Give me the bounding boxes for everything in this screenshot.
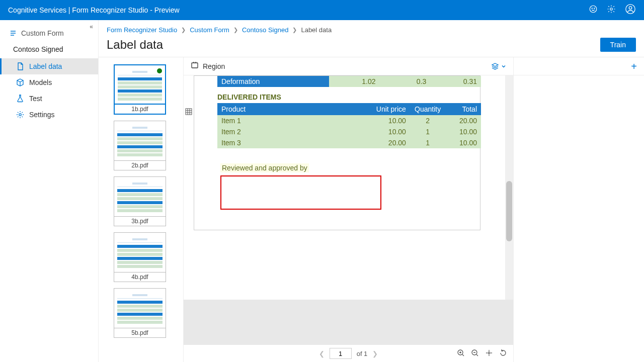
topbar: Cognitive Services | Form Recognizer Stu…: [0, 0, 644, 20]
table-row: Item 110.00220.00: [217, 115, 481, 126]
canvas-toolbar: Region: [184, 57, 513, 75]
breadcrumb-current: Label data: [301, 26, 332, 34]
breadcrumb-link[interactable]: Contoso Signed: [242, 26, 289, 34]
nav-item-label: Test: [29, 95, 42, 103]
svg-point-6: [19, 114, 21, 116]
table-row: Item 320.00110.00: [217, 137, 481, 148]
nav-item-label: Models: [29, 78, 52, 86]
svg-point-1: [592, 8, 592, 9]
thumbnail-label: 1b.pdf: [114, 105, 166, 115]
nav-label-data[interactable]: Label data: [0, 58, 98, 74]
nav-item-label: Settings: [29, 111, 55, 119]
signature-region[interactable]: [220, 175, 381, 210]
prev-page-icon[interactable]: ❮: [319, 350, 325, 357]
section-title: DELIVERED ITEMS: [217, 93, 480, 101]
cell: 20.00: [369, 137, 410, 148]
thumbnail-label: 2b.pdf: [114, 161, 166, 170]
zoom-out-icon[interactable]: [471, 349, 479, 358]
svg-point-5: [629, 7, 632, 9]
next-page-icon[interactable]: ❯: [372, 350, 378, 357]
project-name: Contoso Signed: [0, 42, 98, 58]
thumbnail[interactable]: 4b.pdf: [114, 232, 168, 282]
thumbnail-label: 5b.pdf: [114, 328, 166, 338]
cell: 20.00: [445, 115, 481, 126]
svg-point-2: [594, 8, 595, 9]
th-unitprice: Unit price: [369, 103, 410, 115]
table-field-icon[interactable]: [185, 108, 192, 117]
cell: 1.02: [329, 76, 380, 87]
svg-rect-7: [192, 63, 198, 68]
account-icon[interactable]: [625, 4, 636, 17]
thumbnail[interactable]: 3b.pdf: [114, 176, 168, 226]
chevron-right-icon: ❯: [181, 27, 186, 33]
chevron-right-icon: ❯: [292, 27, 297, 33]
cell: Item 1: [217, 115, 369, 126]
breadcrumb: Form Recognizer Studio ❯ Custom Form ❯ C…: [99, 20, 644, 36]
cell: 1: [410, 126, 446, 137]
cell: 0.31: [430, 76, 481, 87]
cube-icon: [16, 78, 24, 86]
breadcrumb-link[interactable]: Form Recognizer Studio: [107, 26, 177, 34]
cell: 0.3: [379, 76, 430, 87]
nav-settings[interactable]: Settings: [0, 107, 98, 123]
region-label[interactable]: Region: [203, 62, 225, 70]
thumbnail[interactable]: 5b.pdf: [114, 288, 168, 338]
cell: Deformation: [217, 76, 329, 87]
document-icon: [16, 62, 24, 70]
page-input[interactable]: [330, 348, 352, 359]
cell: 10.00: [369, 115, 410, 126]
fit-icon[interactable]: [485, 349, 493, 358]
thumbnail-label: 4b.pdf: [114, 273, 166, 282]
chevron-right-icon: ❯: [233, 27, 238, 33]
rotate-icon[interactable]: [499, 349, 507, 358]
canvas-gutter: [184, 300, 513, 345]
th-total: Total: [445, 103, 481, 115]
gear-icon: [16, 111, 24, 119]
cell: 10.00: [445, 126, 481, 137]
app-title: Cognitive Services | Form Recognizer Stu…: [8, 6, 589, 14]
add-field-icon[interactable]: +: [631, 61, 637, 71]
table-row: Item 210.00110.00: [217, 126, 481, 137]
reviewed-label: Reviewed and approved by: [220, 163, 309, 172]
nav-item-label: Label data: [29, 62, 62, 70]
sidebar-back[interactable]: Custom Form: [0, 26, 98, 42]
nav-models[interactable]: Models: [0, 74, 98, 90]
pager: ❮ of 1 ❯: [184, 345, 513, 362]
thumbnail-list: 1b.pdf2b.pdf3b.pdf4b.pdf5b.pdf: [99, 57, 183, 362]
feedback-icon[interactable]: [589, 5, 598, 16]
svg-point-0: [590, 6, 597, 13]
cell: 10.00: [369, 126, 410, 137]
list-icon: [9, 29, 17, 37]
cell: Item 3: [217, 137, 369, 148]
thumbnail-label: 3b.pdf: [114, 217, 166, 226]
th-quantity: Quantity: [410, 103, 446, 115]
cell: Item 2: [217, 126, 369, 137]
page-title: Label data: [107, 38, 163, 52]
flask-icon: [16, 95, 24, 103]
sidebar-collapse-icon[interactable]: «: [90, 23, 93, 30]
svg-rect-8: [186, 109, 192, 115]
cell: 2: [410, 115, 446, 126]
document-page: Deformation 1.02 0.3 0.31 DELIVERED ITEM…: [194, 75, 480, 230]
train-button[interactable]: Train: [600, 38, 636, 52]
settings-gear-icon[interactable]: [607, 5, 616, 16]
svg-point-11: [488, 352, 490, 354]
zoom-in-icon[interactable]: [457, 349, 465, 358]
region-tool-icon[interactable]: [191, 61, 199, 71]
thumbnail[interactable]: 2b.pdf: [114, 121, 168, 170]
svg-point-3: [610, 8, 613, 11]
breadcrumb-link[interactable]: Custom Form: [190, 26, 229, 34]
thumbnail[interactable]: 1b.pdf: [114, 64, 168, 115]
nav-test[interactable]: Test: [0, 90, 98, 107]
page-total: of 1: [357, 350, 368, 357]
labeled-dot-icon: [157, 68, 162, 73]
sidebar: « Custom Form Contoso Signed Label data …: [0, 20, 99, 362]
sidebar-back-label: Custom Form: [21, 29, 64, 37]
cell: 1: [410, 137, 446, 148]
cell: 10.00: [445, 137, 481, 148]
canvas-viewport[interactable]: Deformation 1.02 0.3 0.31 DELIVERED ITEM…: [184, 75, 513, 362]
fields-panel: +: [513, 57, 644, 362]
layers-dropdown[interactable]: [491, 62, 506, 70]
th-product: Product: [217, 103, 369, 115]
